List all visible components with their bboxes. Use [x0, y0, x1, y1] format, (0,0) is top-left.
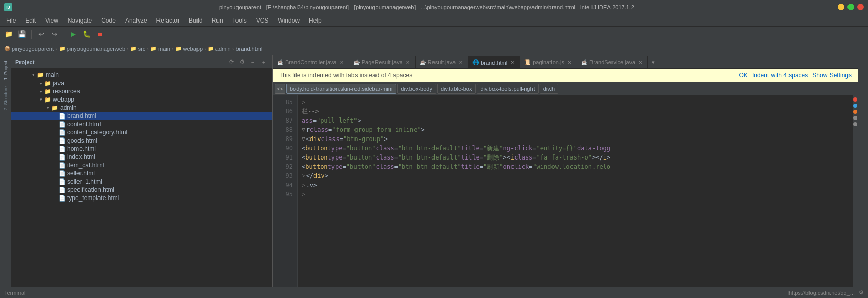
- tree-arrow-java: ▸: [37, 81, 44, 86]
- toolbar-redo-btn[interactable]: ↪: [49, 29, 60, 40]
- tree-item-brand-html[interactable]: 📄 brand.html: [11, 112, 272, 120]
- tree-item-java[interactable]: ▸ 📁 java: [11, 79, 272, 87]
- breadcrumb-item-3[interactable]: main: [158, 46, 170, 52]
- tree-item-type-tmpl-html[interactable]: 📄 type_template.html: [11, 194, 272, 202]
- code-line-95: ▷: [302, 190, 849, 199]
- menu-window[interactable]: Window: [273, 16, 304, 25]
- toolbar-open-btn[interactable]: 📁: [3, 29, 14, 40]
- panel-expand-btn[interactable]: +: [259, 57, 268, 67]
- menu-help[interactable]: Help: [305, 16, 326, 25]
- code-line-85: ▷: [302, 97, 849, 107]
- menu-vcs[interactable]: VCS: [252, 16, 273, 25]
- maximize-button[interactable]: [847, 4, 854, 10]
- toolbar-separator-2: [64, 30, 64, 39]
- editor-nav-crumb-1[interactable]: div.box-body: [397, 84, 436, 94]
- editor-scrollbar[interactable]: [853, 95, 858, 287]
- toolbar-stop-btn[interactable]: ■: [94, 29, 106, 40]
- menu-tools[interactable]: Tools: [228, 16, 251, 25]
- tree-item-goods-html[interactable]: 📄 goods.html: [11, 136, 272, 145]
- toolbar-undo-btn[interactable]: ↩: [35, 29, 47, 40]
- tree-item-item-cat-html[interactable]: 📄 item_cat.html: [11, 161, 272, 169]
- editor-nav-crumb-3[interactable]: div.box-tools.pull-right: [477, 84, 538, 94]
- tab-brand-html[interactable]: 🌐 brand.html ✕: [468, 56, 520, 68]
- minimize-button[interactable]: [838, 4, 844, 10]
- toolbar-debug-btn[interactable]: 🐛: [81, 29, 92, 40]
- breadcrumb-item-4[interactable]: webapp: [183, 46, 203, 52]
- html-icon-index: 📄: [58, 154, 66, 161]
- tab-brand-controller[interactable]: ☕ BrandController.java ✕: [273, 56, 349, 68]
- tab-close-brand-service[interactable]: ✕: [637, 59, 643, 65]
- panel-collapse-btn[interactable]: −: [248, 57, 258, 67]
- tree-item-home-html[interactable]: 📄 home.html: [11, 145, 272, 153]
- fold-icon-93[interactable]: ▷: [302, 172, 305, 181]
- notification-settings-link[interactable]: Show Settings: [812, 72, 852, 79]
- terminal-label[interactable]: Terminal: [4, 290, 26, 296]
- fold-icon-94[interactable]: ▷: [302, 181, 305, 190]
- tab-overflow-button[interactable]: ▾: [648, 56, 658, 68]
- notification-indent-link[interactable]: Indent with 4 spaces: [752, 72, 808, 79]
- breadcrumb-item-2[interactable]: src: [138, 46, 146, 52]
- breadcrumb-root[interactable]: pinyougouparent: [12, 46, 54, 52]
- tree-item-index-html[interactable]: 📄 index.html: [11, 153, 272, 161]
- fold-icon-88[interactable]: ▽: [302, 126, 305, 134]
- breadcrumb-current[interactable]: brand.html: [235, 46, 262, 52]
- toolbar-save-btn[interactable]: 💾: [16, 29, 28, 40]
- breadcrumb-icon-3: 📁: [150, 46, 156, 51]
- tab-close-brand-html[interactable]: ✕: [509, 59, 516, 66]
- menu-refactor[interactable]: Refactor: [152, 16, 184, 25]
- tree-item-admin[interactable]: ▾ 📁 admin: [11, 104, 272, 112]
- editor-nav-crumb-2[interactable]: div.table-box: [437, 84, 476, 94]
- fold-icon-95[interactable]: ▷: [302, 190, 305, 199]
- tab-result[interactable]: ☕ Result.java ✕: [416, 56, 468, 68]
- tab-icon-brand-controller: ☕: [277, 59, 283, 65]
- code-editor[interactable]: ▷ 栏--> ass = "pull-left" >: [298, 95, 853, 287]
- tree-item-webapp[interactable]: ▾ 📁 webapp: [11, 95, 272, 104]
- menu-file[interactable]: File: [2, 16, 20, 25]
- tab-brand-service[interactable]: ☕ BrandService.java ✕: [577, 56, 648, 68]
- menu-navigate[interactable]: Navigate: [64, 16, 96, 25]
- tree-item-seller1-html[interactable]: 📄 seller_1.html: [11, 177, 272, 186]
- editor-nav-crumb-4[interactable]: div.h: [540, 84, 558, 94]
- menu-build[interactable]: Build: [185, 16, 207, 25]
- tab-close-pagination[interactable]: ✕: [566, 59, 573, 65]
- tree-item-seller-html[interactable]: 📄 seller.html: [11, 169, 272, 177]
- tab-close-brand-controller[interactable]: ✕: [339, 59, 345, 65]
- tab-icon-page-result: ☕: [353, 59, 360, 65]
- menu-code[interactable]: Code: [97, 16, 120, 25]
- left-sidebar: 1: Project 2: Structure: [0, 55, 11, 287]
- sidebar-tab-project[interactable]: 1: Project: [3, 58, 9, 82]
- editor-back-button[interactable]: <<: [275, 84, 285, 94]
- panel-settings-btn[interactable]: ⚙: [238, 57, 247, 67]
- html-icon-type-tmpl: 📄: [58, 195, 66, 202]
- tree-item-main[interactable]: ▾ 📁 main: [11, 71, 272, 79]
- code-line-87: ass = "pull-left" >: [302, 116, 849, 125]
- html-icon-spec: 📄: [58, 187, 66, 193]
- breadcrumb-item-5[interactable]: admin: [215, 46, 231, 52]
- menu-analyze[interactable]: Analyze: [121, 16, 151, 25]
- close-button[interactable]: [857, 4, 864, 10]
- editor-nav-crumb-0[interactable]: body.hold-transition.skin-red.sidebar-mi…: [286, 84, 396, 94]
- fold-icon-89[interactable]: ▽: [302, 135, 305, 144]
- scroll-indicator-5: [853, 122, 857, 126]
- tree-item-content-cat-html[interactable]: 📄 content_category.html: [11, 128, 272, 136]
- breadcrumb-item-1[interactable]: pinyougoumanagerweb: [67, 46, 125, 52]
- tree-item-resources[interactable]: ▸ 📁 resources: [11, 87, 272, 95]
- tree-item-spec-html[interactable]: 📄 specification.html: [11, 186, 272, 194]
- sidebar-tab-structure[interactable]: 2: Structure: [3, 84, 9, 112]
- window-title: pinyougouparent - [E:\shanghai34\pinyoug…: [15, 4, 838, 10]
- tab-page-result[interactable]: ☕ PageResult.java ✕: [349, 56, 416, 68]
- toolbar-run-btn[interactable]: ▶: [68, 29, 79, 40]
- notification-ok-link[interactable]: OK: [739, 72, 748, 79]
- tab-close-page-result[interactable]: ✕: [405, 59, 411, 65]
- tab-close-result[interactable]: ✕: [458, 59, 464, 65]
- menu-view[interactable]: View: [41, 16, 63, 25]
- tree-item-content-html[interactable]: 📄 content.html: [11, 120, 272, 128]
- fold-icon-85[interactable]: ▷: [302, 98, 305, 107]
- status-url: https://blog.csdn.net/qq_...: [788, 290, 855, 296]
- tab-pagination[interactable]: 📜 pagination.js ✕: [520, 56, 577, 68]
- gear-icon[interactable]: ⚙: [859, 289, 864, 296]
- menu-edit[interactable]: Edit: [21, 16, 40, 25]
- panel-sync-btn[interactable]: ⟳: [227, 57, 236, 67]
- menu-run[interactable]: Run: [208, 16, 227, 25]
- breadcrumb-icon-1: 📁: [59, 46, 65, 51]
